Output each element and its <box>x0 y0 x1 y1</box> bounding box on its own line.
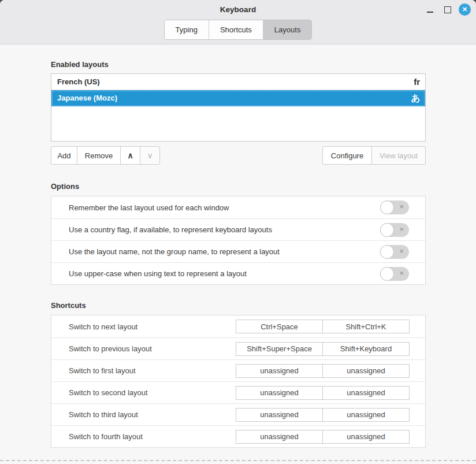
toggle-upper-case[interactable]: ✕ <box>380 267 409 281</box>
window-header: Keyboard ✕ Typing Shortcuts Layouts <box>0 0 476 44</box>
keybinding-cell[interactable]: unassigned <box>322 386 410 400</box>
toggle-off-x-icon: ✕ <box>399 249 404 254</box>
chevron-up-icon: ∧ <box>127 151 133 160</box>
shortcut-row-previous-layout: Switch to previous layout Shift+Super+Sp… <box>51 337 425 359</box>
layouts-toolbar: Add Remove ∧ ∨ Configure View layout <box>51 146 426 165</box>
shortcuts-heading: Shortcuts <box>51 301 426 310</box>
tab-shortcuts[interactable]: Shortcuts <box>209 20 263 39</box>
option-label: Use upper-case when using text to repres… <box>69 269 247 278</box>
add-layout-button[interactable]: Add <box>51 146 77 165</box>
keybinding-cell[interactable]: unassigned <box>322 408 410 422</box>
keybinding-group: unassigned unassigned <box>236 430 410 444</box>
tab-layouts[interactable]: Layouts <box>263 20 312 39</box>
keybinding-cell[interactable]: unassigned <box>236 386 323 400</box>
shortcut-label: Switch to second layout <box>69 388 148 397</box>
layout-indicator: あ <box>411 94 420 102</box>
shortcut-row-second-layout: Switch to second layout unassigned unass… <box>51 381 425 403</box>
option-row-upper-case: Use upper-case when using text to repres… <box>51 262 425 284</box>
option-row-country-flag: Use a country flag, if available, to rep… <box>51 218 425 240</box>
shortcut-label: Switch to third layout <box>69 410 138 419</box>
shortcut-label: Switch to first layout <box>69 366 136 375</box>
toolbar-spacer <box>160 146 322 165</box>
keybinding-cell[interactable]: unassigned <box>236 408 323 422</box>
remove-layout-button[interactable]: Remove <box>77 146 121 165</box>
keyboard-settings-window: Keyboard ✕ Typing Shortcuts Layouts <box>0 0 476 464</box>
shortcut-row-third-layout: Switch to third layout unassigned unassi… <box>51 403 425 425</box>
keybinding-cell[interactable]: unassigned <box>236 430 323 444</box>
layout-name: Japanese (Mozc) <box>57 94 117 102</box>
keybinding-cell[interactable]: Ctrl+Space <box>236 320 323 333</box>
enabled-layouts-heading: Enabled layouts <box>51 60 426 69</box>
keybinding-group: Ctrl+Space Shift+Ctrl+K <box>236 320 410 333</box>
keybinding-cell[interactable]: unassigned <box>322 364 410 378</box>
keybinding-cell[interactable]: unassigned <box>322 430 410 444</box>
toggle-remember-last-layout[interactable]: ✕ <box>380 201 409 214</box>
option-label: Use a country flag, if available, to rep… <box>69 225 272 234</box>
close-icon: ✕ <box>459 3 471 16</box>
close-x-glyph: ✕ <box>462 6 467 13</box>
keybinding-cell[interactable]: unassigned <box>236 364 323 378</box>
close-button[interactable]: ✕ <box>458 2 472 17</box>
keybinding-group: Shift+Super+Space Shift+Keyboard <box>236 342 410 356</box>
shortcut-row-first-layout: Switch to first layout unassigned unassi… <box>51 359 425 381</box>
keybinding-cell[interactable]: Shift+Keyboard <box>322 342 410 356</box>
toggle-off-x-icon: ✕ <box>399 271 404 276</box>
move-down-button[interactable]: ∨ <box>140 146 160 165</box>
configure-button[interactable]: Configure <box>322 146 372 165</box>
shortcut-label: Switch to previous layout <box>69 344 152 353</box>
window-controls: ✕ <box>423 2 472 17</box>
minimize-button[interactable] <box>423 2 437 17</box>
option-label: Use the layout name, not the group name,… <box>69 247 280 256</box>
scroll-more-indicator <box>0 460 476 461</box>
view-layout-button[interactable]: View layout <box>371 146 426 165</box>
keybinding-cell[interactable]: Shift+Super+Space <box>236 342 323 356</box>
keybinding-group: unassigned unassigned <box>236 386 410 400</box>
option-row-layout-name: Use the layout name, not the group name,… <box>51 240 425 262</box>
minimize-icon <box>427 12 433 13</box>
layouts-page: Enabled layouts French (US) fr Japanese … <box>0 60 476 448</box>
tab-bar: Typing Shortcuts Layouts <box>0 20 476 40</box>
toggle-knob <box>380 267 394 281</box>
shortcut-row-fourth-layout: Switch to fourth layout unassigned unass… <box>51 425 425 447</box>
shortcut-label: Switch to fourth layout <box>69 432 143 441</box>
shortcut-label: Switch to next layout <box>69 322 137 331</box>
toggle-off-x-icon: ✕ <box>399 227 404 232</box>
option-row-remember-last-layout: Remember the last layout used for each w… <box>51 196 425 218</box>
tab-typing[interactable]: Typing <box>165 20 209 39</box>
option-label: Remember the last layout used for each w… <box>69 203 229 212</box>
shortcut-row-next-layout: Switch to next layout Ctrl+Space Shift+C… <box>51 315 425 337</box>
layout-row-japanese[interactable]: Japanese (Mozc) あ <box>51 90 425 106</box>
toggle-knob <box>380 245 394 259</box>
toggle-country-flag[interactable]: ✕ <box>380 223 409 237</box>
move-up-button[interactable]: ∧ <box>120 146 140 165</box>
chevron-down-icon: ∨ <box>147 151 153 160</box>
titlebar[interactable]: Keyboard ✕ <box>0 0 476 20</box>
window-title: Keyboard <box>0 5 476 14</box>
keybinding-group: unassigned unassigned <box>236 364 410 378</box>
keybinding-cell[interactable]: Shift+Ctrl+K <box>322 320 410 333</box>
toggle-knob <box>380 223 394 237</box>
layout-name: French (US) <box>57 77 100 86</box>
layout-indicator: fr <box>414 77 420 86</box>
maximize-icon <box>444 6 451 13</box>
maximize-button[interactable] <box>440 2 455 17</box>
options-heading: Options <box>51 182 426 191</box>
options-box: Remember the last layout used for each w… <box>51 196 426 285</box>
layout-row-french[interactable]: French (US) fr <box>51 74 425 90</box>
tab-group: Typing Shortcuts Layouts <box>164 20 313 40</box>
shortcuts-box: Switch to next layout Ctrl+Space Shift+C… <box>51 315 426 448</box>
toggle-off-x-icon: ✕ <box>399 205 404 210</box>
toggle-knob <box>380 201 394 214</box>
toggle-layout-name[interactable]: ✕ <box>380 245 409 259</box>
keybinding-group: unassigned unassigned <box>236 408 410 422</box>
enabled-layouts-list[interactable]: French (US) fr Japanese (Mozc) あ <box>51 73 426 142</box>
